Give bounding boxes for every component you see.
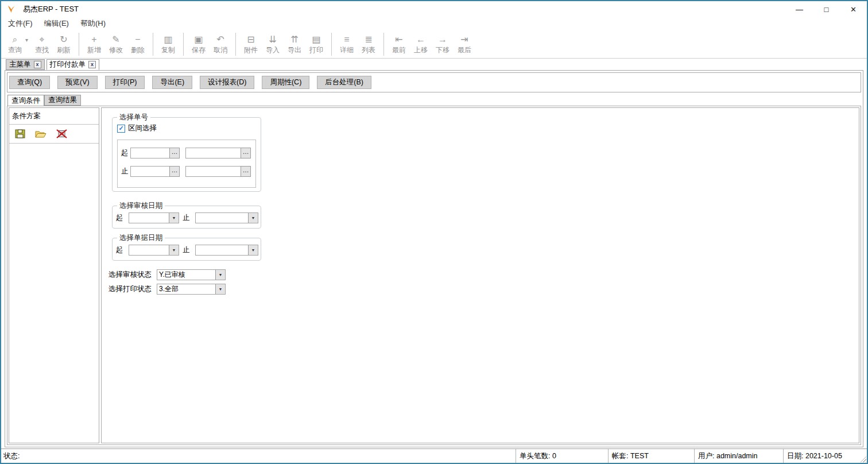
action-button-panel: 查询(Q) 预览(V) 打印(P) 导出(E) 设计报表(D) 周期性(C) 后…: [7, 72, 861, 92]
ellipsis-icon: …: [172, 148, 178, 155]
tab-main-menu[interactable]: 主菜单 x: [6, 59, 45, 70]
doc-no-from-browse-2[interactable]: …: [241, 148, 251, 158]
toolbar-move-down-button[interactable]: → 下移: [433, 33, 452, 55]
audit-date-group: 选择审核日期 起 ▼ 止 ▼: [112, 206, 261, 229]
doc-no-to-input-2[interactable]: [185, 166, 241, 177]
app-window: 易杰ERP - TEST — □ ✕ 文件(F) 编辑(E) 帮助(H) ⌕ 查…: [0, 0, 868, 464]
combo-arrow-icon[interactable]: ▼: [248, 245, 258, 255]
doc-date-group-legend: 选择单据日期: [117, 233, 165, 243]
toolbar-modify-button[interactable]: ✎ 修改: [106, 33, 126, 55]
minimize-button[interactable]: —: [786, 1, 813, 17]
doc-no-from-input-1[interactable]: [130, 148, 169, 158]
menu-file[interactable]: 文件(F): [8, 18, 33, 29]
audit-status-combo[interactable]: Y.已审核 ▼: [157, 269, 226, 280]
toolbar: ⌕ 查询 ▾ ⌖ 查找 ↻ 刷新 + 新增 ✎ 修改 − 删除 ▥ 复制: [1, 30, 867, 59]
window-title: 易杰ERP - TEST: [23, 4, 79, 14]
combo-arrow-icon[interactable]: ▼: [215, 270, 225, 280]
doc-no-to-browse-2[interactable]: …: [241, 166, 251, 177]
tab-label: 主菜单: [9, 60, 31, 69]
toolbar-last-button[interactable]: ⇥ 最后: [455, 33, 474, 55]
menu-edit[interactable]: 编辑(E): [44, 18, 69, 29]
toolbar-add-button[interactable]: + 新增: [84, 33, 104, 55]
to-label: 止: [183, 213, 192, 223]
toolbar-query-button[interactable]: ⌕ 查询: [5, 33, 25, 55]
toolbar-separator: [183, 33, 184, 56]
ellipsis-icon: …: [243, 148, 249, 155]
toolbar-detail-button[interactable]: ≡ 详细: [337, 33, 356, 55]
tab-query-condition[interactable]: 查询条件: [7, 95, 44, 106]
doc-no-from-browse-1[interactable]: …: [169, 148, 180, 158]
toolbar-save-button[interactable]: ▣ 保存: [189, 33, 208, 55]
first-record-icon: ⇤: [395, 33, 402, 45]
preview-button[interactable]: 预览(V): [57, 76, 98, 89]
ellipsis-icon: …: [243, 167, 249, 173]
export-button[interactable]: 导出(E): [152, 76, 192, 89]
tab-query-result[interactable]: 查询结果: [44, 95, 81, 106]
doc-no-from-input-2[interactable]: [185, 148, 241, 158]
toolbar-list-button[interactable]: ≣ 列表: [359, 33, 378, 55]
print-button[interactable]: 打印(P): [105, 76, 145, 89]
toolbar-cancel-button[interactable]: ↶ 取消: [211, 33, 230, 55]
tab-print-payment[interactable]: 打印付款单 x: [46, 59, 100, 70]
doc-date-row: 起 ▼ 止 ▼: [116, 245, 261, 256]
combo-arrow-icon[interactable]: ▼: [169, 245, 179, 255]
status-segment-account: 帐套: TEST: [608, 449, 694, 463]
audit-date-to-combo[interactable]: ▼: [195, 212, 258, 223]
close-tab-icon[interactable]: x: [34, 61, 41, 68]
doc-no-to-input-1[interactable]: [130, 166, 169, 177]
doc-no-to-browse-1[interactable]: …: [169, 166, 180, 177]
toolbar-delete-button[interactable]: − 删除: [128, 33, 148, 55]
doc-date-from-combo[interactable]: ▼: [129, 245, 179, 256]
status-segment-header-count: 单头笔数: 0: [516, 449, 608, 463]
condition-scheme-panel: 条件方案: [9, 107, 99, 443]
print-status-combo[interactable]: 3.全部 ▼: [157, 284, 226, 295]
combo-arrow-icon[interactable]: ▼: [248, 213, 258, 223]
checkbox-check-icon: ✓: [118, 125, 123, 132]
add-icon: +: [91, 33, 96, 45]
toolbar-move-up-button[interactable]: ← 上移: [411, 33, 431, 55]
range-select-checkbox[interactable]: ✓ 区间选择: [117, 123, 157, 133]
toolbar-find-button[interactable]: ⌖ 查找: [32, 33, 52, 55]
toolbar-export-button[interactable]: ⇈ 导出: [285, 33, 304, 55]
periodic-button[interactable]: 周期性(C): [262, 76, 309, 89]
save-scheme-icon[interactable]: [15, 129, 25, 138]
background-process-button[interactable]: 后台处理(B): [317, 76, 371, 89]
doc-no-from-row: 起 … …: [121, 148, 255, 158]
load-scheme-icon[interactable]: [35, 130, 46, 138]
scheme-icon-bar: [9, 125, 99, 144]
status-bar: 状态: 单头笔数: 0 帐套: TEST 用户: admin/admin 日期:…: [1, 448, 867, 463]
combo-arrow-icon[interactable]: ▼: [215, 284, 225, 294]
maximize-button[interactable]: □: [813, 1, 840, 17]
combo-arrow-icon[interactable]: ▼: [169, 213, 179, 223]
detail-icon: ≡: [344, 33, 349, 45]
toolbar-copy-button[interactable]: ▥ 复制: [158, 33, 178, 55]
design-report-button[interactable]: 设计报表(D): [200, 76, 254, 89]
audit-date-from-combo[interactable]: ▼: [129, 212, 179, 223]
checkbox-box: ✓: [117, 125, 125, 133]
scheme-list-area: [9, 144, 99, 443]
export-icon: ⇈: [290, 33, 298, 45]
refresh-icon: ↻: [60, 33, 67, 45]
close-tab-icon[interactable]: x: [88, 61, 96, 68]
move-up-icon: ←: [416, 33, 425, 45]
toolbar-first-button[interactable]: ⇤ 最前: [389, 33, 409, 55]
toolbar-separator: [79, 33, 79, 56]
close-button[interactable]: ✕: [840, 1, 867, 17]
query-button[interactable]: 查询(Q): [9, 76, 50, 89]
save-icon: ▣: [194, 33, 203, 45]
toolbar-print-button[interactable]: ▤ 打印: [307, 33, 326, 55]
maximize-icon: □: [824, 5, 829, 14]
copy-icon: ▥: [164, 33, 172, 45]
toolbar-attachment-button[interactable]: ⊟ 附件: [241, 33, 261, 55]
toolbar-refresh-button[interactable]: ↻ 刷新: [54, 33, 73, 55]
doc-number-group-legend: 选择单号: [117, 113, 150, 122]
menu-help[interactable]: 帮助(H): [80, 18, 106, 29]
delete-icon: −: [135, 33, 140, 45]
delete-scheme-icon[interactable]: [56, 129, 67, 138]
toolbar-import-button[interactable]: ⇊ 导入: [263, 33, 282, 55]
status-segment-state: 状态:: [1, 449, 516, 463]
close-icon: ✕: [850, 5, 857, 14]
doc-date-to-combo[interactable]: ▼: [195, 245, 258, 256]
query-dropdown-caret-icon[interactable]: ▾: [25, 37, 28, 43]
move-down-icon: →: [438, 33, 447, 45]
